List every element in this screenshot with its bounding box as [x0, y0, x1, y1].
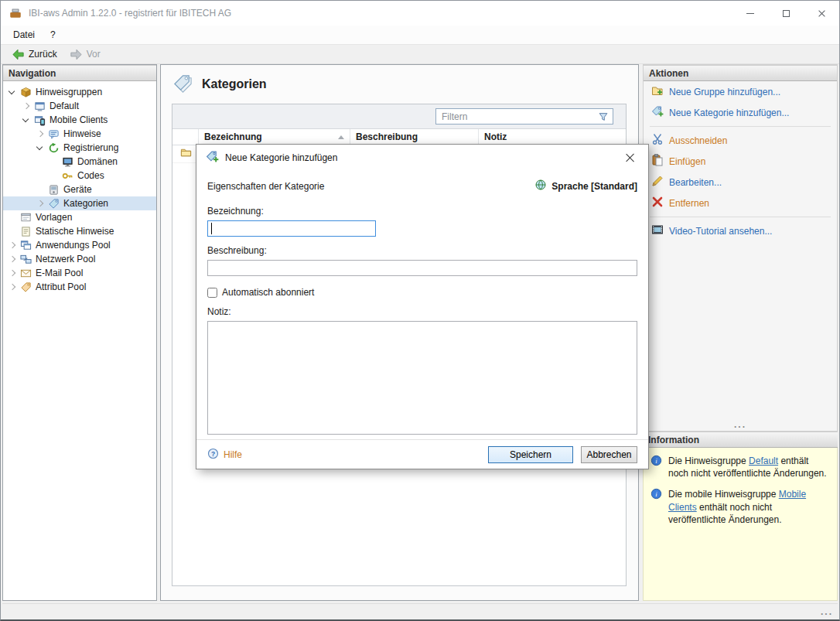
tree-item-mobile-clients[interactable]: Mobile Clients — [3, 113, 156, 127]
row-gutter-cell — [172, 147, 199, 161]
action-ausschneiden[interactable]: Ausschneiden — [644, 130, 837, 151]
abbrechen-button[interactable]: Abbrechen — [581, 446, 637, 463]
add-group-icon — [651, 84, 664, 99]
tree-item-kategorien[interactable]: Kategorien — [3, 196, 156, 210]
beschreibung-input[interactable] — [207, 260, 637, 276]
close-button[interactable] — [804, 1, 839, 26]
tree-item-statische-hinweise[interactable]: Statische Hinweise — [3, 224, 156, 238]
action-video-tutorial[interactable]: Video-Tutorial ansehen... — [644, 220, 837, 241]
speichern-button[interactable]: Speichern — [488, 446, 573, 463]
tree-item-label: Kategorien — [63, 198, 108, 209]
tree-item-label: Geräte — [63, 184, 92, 195]
tree-item-attribut-pool[interactable]: Attribut Pool — [3, 280, 156, 294]
abonniert-row: Automatisch abonniert — [207, 287, 637, 298]
action-einfuegen[interactable]: Einfügen — [644, 151, 837, 172]
resize-grip[interactable]: ... — [821, 606, 833, 617]
bezeichnung-label: Bezeichnung: — [207, 206, 637, 217]
chevron-collapsed-icon[interactable] — [34, 128, 47, 140]
tree-item-registrierung[interactable]: Registrierung — [3, 141, 156, 155]
main-header: Kategorien — [161, 65, 638, 102]
column-header-bezeichnung[interactable]: Bezeichnung — [199, 129, 350, 145]
registration-icon — [47, 142, 60, 154]
info-icon: i — [650, 455, 663, 479]
navigation-header: Navigation — [3, 65, 156, 81]
title-bar: IBI-aws Admin 1.22.0 - registriert für I… — [1, 1, 839, 26]
tree-item-anwendungs-pool[interactable]: Anwendungs Pool — [3, 238, 156, 252]
action-label: Neue Kategorie hinzufügen... — [669, 107, 789, 118]
chevron-expanded-icon[interactable] — [6, 86, 19, 98]
maximize-icon — [783, 10, 790, 17]
info-link-default[interactable]: Default — [749, 456, 778, 466]
chevron-collapsed-icon[interactable] — [34, 197, 47, 210]
chevron-collapsed-icon[interactable] — [6, 253, 19, 265]
info-text-prefix: Die Hinweisgruppe — [668, 456, 749, 466]
tree-item-vorlagen[interactable]: Vorlagen — [3, 210, 156, 224]
domain-icon — [61, 155, 74, 168]
add-category-icon — [651, 105, 664, 120]
tree-item-label: Hinweisgruppen — [36, 87, 102, 97]
menu-help[interactable]: ? — [43, 27, 63, 43]
forward-button[interactable]: Vor — [65, 46, 105, 63]
navigation-panel: Navigation Hinweisgruppen Default — [2, 64, 157, 601]
column-header-gutter[interactable] — [172, 129, 199, 145]
tree-item-label: Netzwerk Pool — [36, 254, 95, 264]
notiz-label: Notiz: — [207, 306, 637, 317]
action-entfernen[interactable]: Entfernen — [644, 193, 837, 213]
automatisch-abonniert-checkbox[interactable] — [207, 288, 217, 298]
tree-item-codes[interactable]: Codes — [3, 169, 156, 183]
action-neue-gruppe[interactable]: Neue Gruppe hinzufügen... — [644, 81, 837, 102]
language-selector[interactable]: Sprache [Standard] — [534, 179, 637, 193]
info-item-mobile-clients: i Die mobile Hinweisgruppe Mobile Client… — [650, 488, 830, 526]
forward-label: Vor — [87, 49, 101, 60]
tree-item-default[interactable]: Default — [3, 99, 156, 113]
chevron-expanded-icon[interactable] — [20, 114, 33, 126]
help-icon: ? — [207, 448, 219, 462]
list-toolbar — [172, 104, 626, 129]
chevron-spacer — [34, 183, 47, 196]
chevron-expanded-icon[interactable] — [34, 142, 47, 154]
tree-item-label: E-Mail Pool — [36, 268, 83, 278]
back-button[interactable]: Zurück — [7, 46, 62, 63]
folder-icon — [180, 147, 192, 161]
action-neue-kategorie[interactable]: Neue Kategorie hinzufügen... — [644, 102, 837, 123]
tree-item-hinweise[interactable]: Hinweise — [3, 127, 156, 141]
filter-funnel-icon[interactable] — [594, 111, 613, 122]
video-icon — [651, 223, 664, 238]
section-label: Eigenschaften der Kategorie — [207, 181, 324, 192]
action-label: Bearbeiten... — [669, 177, 722, 188]
actions-panel: Aktionen Neue Gruppe hinzufügen... Neue … — [643, 64, 838, 432]
filter-input[interactable] — [436, 111, 594, 122]
chevron-collapsed-icon[interactable] — [6, 239, 19, 251]
chevron-collapsed-icon[interactable] — [6, 267, 19, 279]
category-tag-icon — [47, 197, 60, 210]
menu-bar: Datei ? — [1, 26, 839, 44]
hilfe-link[interactable]: ? Hilfe — [207, 448, 242, 462]
hint-icon — [47, 128, 60, 140]
minimize-button[interactable] — [732, 1, 768, 26]
tree-item-domaenen[interactable]: Domänen — [3, 155, 156, 169]
menu-datei[interactable]: Datei — [5, 27, 43, 43]
notiz-textarea[interactable] — [207, 321, 637, 435]
maximize-button[interactable] — [768, 1, 804, 26]
action-bearbeiten[interactable]: Bearbeiten... — [644, 172, 837, 193]
tree-item-geraete[interactable]: Geräte — [3, 183, 156, 196]
tree-item-hinweisgruppen[interactable]: Hinweisgruppen — [3, 85, 156, 99]
add-category-icon — [206, 150, 219, 165]
column-label: Bezeichnung — [204, 131, 262, 142]
template-icon — [19, 211, 32, 223]
info-item-default: i Die Hinweisgruppe Default enthält noch… — [650, 455, 830, 479]
chevron-collapsed-icon[interactable] — [20, 100, 33, 112]
tree-item-netzwerk-pool[interactable]: Netzwerk Pool — [3, 252, 156, 266]
device-icon — [47, 183, 60, 196]
tree-item-email-pool[interactable]: E-Mail Pool — [3, 266, 156, 280]
network-pool-icon — [19, 253, 32, 265]
chevron-spacer — [6, 211, 19, 223]
column-header-beschreibung[interactable]: Beschreibung — [350, 129, 479, 145]
column-header-notiz[interactable]: Notiz — [479, 129, 626, 145]
sort-asc-icon — [338, 135, 344, 139]
chevron-collapsed-icon[interactable] — [6, 281, 19, 293]
dialog-title-bar: Neue Kategorie hinzufügen — [196, 145, 648, 171]
bezeichnung-input[interactable] — [207, 220, 376, 237]
dialog-close-button[interactable] — [622, 149, 639, 166]
app-icon — [9, 6, 22, 20]
